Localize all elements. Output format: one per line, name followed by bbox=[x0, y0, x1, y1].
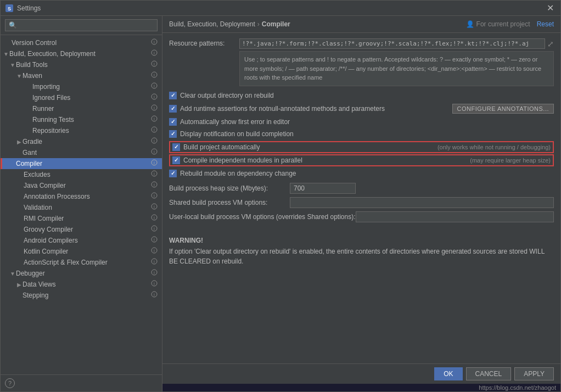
svg-text:S: S bbox=[8, 6, 11, 12]
project-icon: 👤 bbox=[466, 20, 474, 28]
shared-vm-row: Shared build process VM options: bbox=[169, 197, 554, 208]
rebuild-module-checkbox[interactable] bbox=[169, 170, 177, 177]
config-icon4: i bbox=[151, 71, 160, 80]
config-icon16: i bbox=[151, 203, 160, 212]
svg-text:i: i bbox=[154, 215, 155, 220]
build-auto-label: Build project automatically bbox=[183, 143, 433, 151]
config-icon17: i bbox=[151, 214, 160, 223]
shared-vm-input[interactable] bbox=[290, 197, 554, 208]
close-button[interactable]: ✕ bbox=[545, 2, 556, 14]
svg-text:i: i bbox=[154, 281, 155, 286]
config-icon5: i bbox=[151, 82, 160, 91]
clear-output-label: Clear output directory on rebuild bbox=[180, 92, 554, 99]
resource-patterns-line: !?*.java;!?*.form;!?*.class;!?*.groovy;!… bbox=[239, 38, 554, 49]
svg-text:i: i bbox=[154, 270, 155, 275]
sidebar-item-version-control[interactable]: Version Control i bbox=[1, 37, 162, 48]
sidebar-item-kotlin[interactable]: Kotlin Compiler i bbox=[1, 246, 162, 257]
display-notification-label: Display notification on build completion bbox=[180, 130, 554, 138]
sidebar-item-android[interactable]: Android Compilers i bbox=[1, 235, 162, 246]
sidebar-item-gradle[interactable]: ▶ Gradle i bbox=[1, 136, 162, 147]
search-bar bbox=[1, 16, 162, 35]
sidebar-item-stepping[interactable]: Stepping i bbox=[1, 290, 162, 301]
clear-output-row: Clear output directory on rebuild bbox=[169, 91, 554, 100]
display-notification-checkbox[interactable] bbox=[169, 130, 177, 138]
sidebar-item-build-execution[interactable]: ▼ Build, Execution, Deployment i bbox=[1, 48, 162, 59]
auto-show-error-checkbox[interactable] bbox=[169, 118, 177, 126]
build-auto-checkbox[interactable] bbox=[172, 143, 180, 151]
config-icon8: i bbox=[151, 115, 160, 124]
svg-text:i: i bbox=[154, 127, 155, 132]
svg-text:i: i bbox=[154, 116, 155, 121]
sidebar-item-running-tests[interactable]: Running Tests i bbox=[1, 114, 162, 125]
heap-input[interactable] bbox=[290, 183, 356, 194]
sidebar-item-repositories[interactable]: Repositories i bbox=[1, 125, 162, 136]
user-local-vm-input[interactable] bbox=[356, 211, 554, 222]
config-icon22: i bbox=[151, 269, 160, 278]
auto-show-error-row: Automatically show first error in editor bbox=[169, 117, 554, 127]
config-icon3: i bbox=[151, 60, 160, 69]
search-input[interactable] bbox=[5, 19, 158, 31]
sidebar-item-annotation[interactable]: Annotation Processors i bbox=[1, 191, 162, 202]
url-bar: https://blog.csdn.net/zhaogot bbox=[162, 384, 560, 391]
help-icon[interactable]: ? bbox=[5, 378, 15, 388]
config-icon23: i bbox=[151, 280, 160, 289]
sidebar-item-maven[interactable]: ▼ Maven i bbox=[1, 70, 162, 81]
svg-text:i: i bbox=[154, 94, 155, 99]
for-project-label: 👤 For current project bbox=[466, 20, 530, 28]
right-panel: Build, Execution, Deployment › Compiler … bbox=[162, 16, 560, 391]
reset-button[interactable]: Reset bbox=[537, 20, 554, 28]
sidebar-item-groovy[interactable]: Groovy Compiler i bbox=[1, 224, 162, 235]
configure-annotations-button[interactable]: CONFIGURE ANNOTATIONS... bbox=[452, 104, 554, 114]
resource-patterns-text: !?*.java;!?*.form;!?*.class;!?*.groovy;!… bbox=[239, 38, 545, 49]
selected-bar bbox=[1, 158, 2, 169]
resource-label: Resource patterns: bbox=[169, 38, 235, 47]
sidebar-item-debugger[interactable]: ▼ Debugger i bbox=[1, 268, 162, 279]
display-notification-row: Display notification on build completion bbox=[169, 129, 554, 139]
config-icon18: i bbox=[151, 225, 160, 234]
svg-text:i: i bbox=[154, 40, 155, 44]
apply-button[interactable]: APPLY bbox=[514, 367, 554, 380]
config-icon: i bbox=[151, 38, 160, 47]
svg-text:i: i bbox=[154, 83, 155, 88]
config-icon13: i bbox=[151, 170, 160, 179]
svg-text:i: i bbox=[154, 237, 155, 242]
expand-arrow-icon: ▼ bbox=[3, 51, 9, 57]
cancel-button[interactable]: CANCEL bbox=[466, 367, 512, 380]
svg-text:i: i bbox=[154, 149, 155, 154]
config-icon9: i bbox=[151, 126, 160, 135]
svg-text:i: i bbox=[154, 105, 155, 110]
left-panel: Version Control i ▼ Build, Execution, De… bbox=[1, 16, 162, 391]
add-runtime-checkbox[interactable] bbox=[169, 105, 177, 113]
ok-button[interactable]: OK bbox=[434, 367, 462, 380]
resource-patterns-row: Resource patterns: !?*.java;!?*.form;!?*… bbox=[169, 38, 554, 86]
tree-area: Version Control i ▼ Build, Execution, De… bbox=[1, 35, 162, 374]
config-icon10: i bbox=[151, 137, 160, 146]
config-icon2: i bbox=[151, 49, 160, 58]
svg-text:i: i bbox=[154, 138, 155, 143]
sidebar-item-ignored-files[interactable]: Ignored Files i bbox=[1, 92, 162, 103]
resource-hint: Use ; to separate patterns and ! to nega… bbox=[239, 51, 554, 86]
clear-output-checkbox[interactable] bbox=[169, 92, 177, 99]
sidebar-item-actionscript[interactable]: ActionScript & Flex Compiler i bbox=[1, 257, 162, 268]
sidebar-item-excludes[interactable]: Excludes i bbox=[1, 169, 162, 180]
sidebar-item-compiler[interactable]: Compiler i bbox=[1, 158, 162, 169]
sidebar-item-importing[interactable]: Importing i bbox=[1, 81, 162, 92]
sidebar-item-java-compiler[interactable]: Java Compiler i bbox=[1, 180, 162, 191]
sidebar-item-build-tools[interactable]: ▼ Build Tools i bbox=[1, 59, 162, 70]
sidebar-item-gant[interactable]: Gant i bbox=[1, 147, 162, 158]
sidebar-item-data-views[interactable]: ▶ Data Views i bbox=[1, 279, 162, 290]
sidebar-item-runner[interactable]: Runner i bbox=[1, 103, 162, 114]
resource-value-area: !?*.java;!?*.form;!?*.class;!?*.groovy;!… bbox=[239, 38, 554, 86]
compile-parallel-row: Compile independent modules in parallel … bbox=[169, 154, 554, 166]
maven-arrow: ▼ bbox=[16, 73, 23, 79]
sidebar-item-rmi[interactable]: RMI Compiler i bbox=[1, 213, 162, 224]
sidebar-item-validation[interactable]: Validation i bbox=[1, 202, 162, 213]
add-runtime-label: Add runtime assertions for notnull-annot… bbox=[180, 105, 448, 113]
svg-text:i: i bbox=[154, 61, 155, 66]
expand-button[interactable]: ⤢ bbox=[547, 40, 554, 48]
heap-label: Build process heap size (Mbytes): bbox=[169, 184, 290, 192]
svg-text:i: i bbox=[154, 292, 155, 297]
breadcrumb-part1: Build, Execution, Deployment bbox=[169, 20, 255, 28]
build-auto-row: Build project automatically (only works … bbox=[169, 141, 554, 153]
compile-parallel-checkbox[interactable] bbox=[172, 156, 180, 164]
